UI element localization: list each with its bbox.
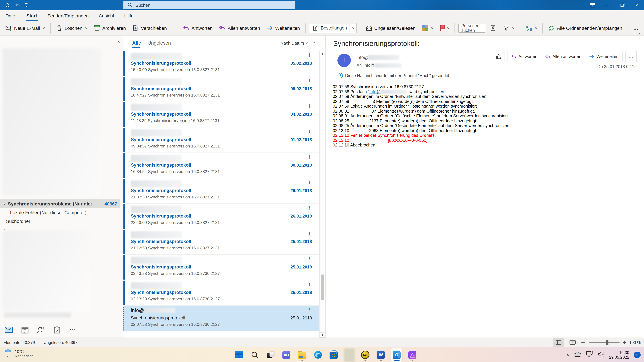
mail-module-icon[interactable] <box>5 326 13 334</box>
ribbon-separator <box>177 23 178 33</box>
more-modules-icon[interactable] <box>69 326 77 334</box>
ultraedit-icon[interactable]: UE <box>360 348 371 362</box>
onedrive-icon[interactable] <box>574 352 582 358</box>
restore-button[interactable] <box>614 0 629 10</box>
normal-view-button[interactable] <box>553 338 564 347</box>
sidebar-item-sync-problems[interactable]: ∨ Synchronisierungsprobleme (Nur dieser … <box>0 199 120 208</box>
delete-button[interactable]: Löschen <box>54 23 89 33</box>
zoom-out-button[interactable] <box>581 342 585 343</box>
file-explorer-icon[interactable] <box>296 348 308 362</box>
start-button[interactable] <box>233 348 245 362</box>
forward-button[interactable]: Weiterleiten <box>264 23 302 33</box>
filter-email-button[interactable] <box>501 23 516 33</box>
affinity-icon[interactable] <box>407 348 418 362</box>
sender-avatar[interactable]: I <box>338 54 351 67</box>
send-receive-icon[interactable] <box>5 2 10 8</box>
list-item[interactable]: info@Synchronisierungsprotokoll:25.01.20… <box>124 306 319 331</box>
move-button[interactable]: Verschieben <box>130 23 174 33</box>
reply-button[interactable]: Antworten <box>508 51 541 62</box>
collapse-ribbon-icon[interactable] <box>638 31 641 34</box>
list-item[interactable]: Synchronisierungsprotokoll:04.02.201811:… <box>124 102 319 127</box>
sidebar-item-search-folders[interactable]: Suchordner <box>0 217 120 226</box>
filter-tab-unread[interactable]: Ungelesen <box>148 40 171 45</box>
search-bar[interactable]: Suchen <box>124 1 295 9</box>
forward-button[interactable]: Weiterleiten <box>585 51 622 62</box>
zoom-in-button[interactable]: + <box>623 341 626 344</box>
volume-icon[interactable] <box>598 351 605 359</box>
reading-view-button[interactable] <box>567 338 578 347</box>
filter-tab-all[interactable]: Alle <box>132 40 141 45</box>
filter-icon <box>503 25 510 31</box>
tab-hilfe[interactable]: Hilfe <box>124 11 134 20</box>
undo-icon[interactable] <box>15 2 20 8</box>
tasks-module-icon[interactable] <box>53 326 61 334</box>
mailbox-link[interactable]: info@ <box>370 89 407 94</box>
categorize-button[interactable] <box>420 23 435 33</box>
redacted-app-icon[interactable] <box>344 348 355 362</box>
hidden-icons-chevron[interactable]: ∧ <box>566 353 569 357</box>
list-item[interactable]: Synchronisierungsprotokoll:25.01.201803:… <box>124 255 319 280</box>
sort-direction-icon[interactable]: ↑ <box>313 40 315 45</box>
follow-up-button[interactable] <box>438 23 451 33</box>
word-icon[interactable]: W <box>375 348 386 362</box>
reply-all-button[interactable]: Allen antworten <box>541 51 585 62</box>
store-icon[interactable] <box>328 348 339 362</box>
tab-start[interactable]: Start <box>26 11 38 20</box>
edge-icon[interactable] <box>312 348 324 362</box>
scroll-up-icon[interactable]: ▲ <box>320 51 325 56</box>
recipient-address[interactable]: info@ <box>364 63 402 68</box>
like-button[interactable] <box>493 51 504 62</box>
quick-step-bestellungen[interactable]: Bestellungen <box>309 23 356 33</box>
scroll-down-icon[interactable]: ▼ <box>320 332 325 338</box>
sidebar-item-local-errors[interactable]: Lokale Fehler (Nur dieser Computer) <box>0 208 120 217</box>
sort-dropdown-icon[interactable] <box>306 41 308 45</box>
chevron-icon[interactable]: ∨ <box>3 227 6 231</box>
message-list-scrollbar[interactable]: ▲ ▼ <box>319 51 325 338</box>
weather-widget[interactable]: 10°C Regnerisch <box>4 349 33 359</box>
zoom-slider[interactable] <box>589 342 620 343</box>
scrollbar-thumb[interactable] <box>321 275 324 300</box>
translate-button[interactable]: a ä <box>524 23 539 33</box>
unread-indicator <box>124 128 124 152</box>
popout-icon[interactable] <box>585 0 600 10</box>
task-view-icon[interactable] <box>265 348 276 362</box>
close-button[interactable]: × <box>629 0 644 10</box>
people-module-icon[interactable] <box>37 326 45 334</box>
quick-step-dropdown[interactable] <box>350 23 356 33</box>
list-item[interactable]: Synchronisierungsprotokoll:05.02.201810:… <box>124 76 319 102</box>
taskbar-search-icon[interactable] <box>249 348 260 362</box>
tab-ansicht[interactable]: Ansicht <box>98 11 115 20</box>
chat-icon[interactable] <box>280 348 292 362</box>
chevron-down-icon[interactable]: ∨ <box>3 202 6 206</box>
tab-senden-empfangen[interactable]: Senden/Empfangen <box>46 11 90 20</box>
list-item[interactable]: Synchronisierungsprotokoll:25.01.201802:… <box>124 280 319 306</box>
calendar-module-icon[interactable] <box>21 326 29 334</box>
list-item[interactable]: Synchronisierungsprotokoll:29.01.201821:… <box>124 178 319 204</box>
sender-address[interactable]: info@ <box>356 55 399 60</box>
address-book-button[interactable] <box>488 23 498 33</box>
archive-button[interactable]: Archivieren <box>92 23 128 33</box>
outlook-icon[interactable]: O <box>391 348 402 362</box>
list-item[interactable]: Synchronisierungsprotokoll:30.01.201816:… <box>124 153 319 178</box>
unread-read-button[interactable]: Ungelesen/Gelesen <box>364 23 418 33</box>
zoom-slider-thumb[interactable] <box>606 340 608 345</box>
notification-badge[interactable]: 11 <box>634 352 641 358</box>
taskbar-clock[interactable]: 16:30 29.05.2022 <box>609 350 629 360</box>
list-item[interactable]: Synchronisierungsprotokoll:05.02.201815:… <box>124 51 319 76</box>
zoom-level[interactable]: 100 % <box>629 340 641 345</box>
reply-all-button[interactable]: Allen antworten <box>217 23 262 33</box>
search-people-input[interactable]: Personen suchen <box>458 24 486 32</box>
reply-button[interactable]: Antworten <box>181 23 215 33</box>
list-item[interactable]: Synchronisierungsprotokoll:01.02.201809:… <box>124 127 319 153</box>
tab-datei[interactable]: Datei <box>5 11 17 20</box>
collapse-folder-pane-icon[interactable]: ‹ <box>118 38 120 44</box>
network-icon[interactable] <box>586 351 593 359</box>
minimize-button[interactable] <box>600 0 614 10</box>
more-actions-button[interactable]: … <box>625 51 636 62</box>
list-item[interactable]: Synchronisierungsprotokoll:26.01.201822:… <box>124 204 319 229</box>
customize-quick-access-icon[interactable] <box>25 3 28 7</box>
list-item[interactable]: Synchronisierungsprotokoll:25.01.201821:… <box>124 229 319 255</box>
sort-by-label[interactable]: Nach Datum <box>280 41 304 45</box>
send-receive-all-button[interactable]: Alle Ordner senden/empfangen <box>546 23 624 33</box>
new-email-button[interactable]: Neue E-Mail <box>3 23 47 33</box>
